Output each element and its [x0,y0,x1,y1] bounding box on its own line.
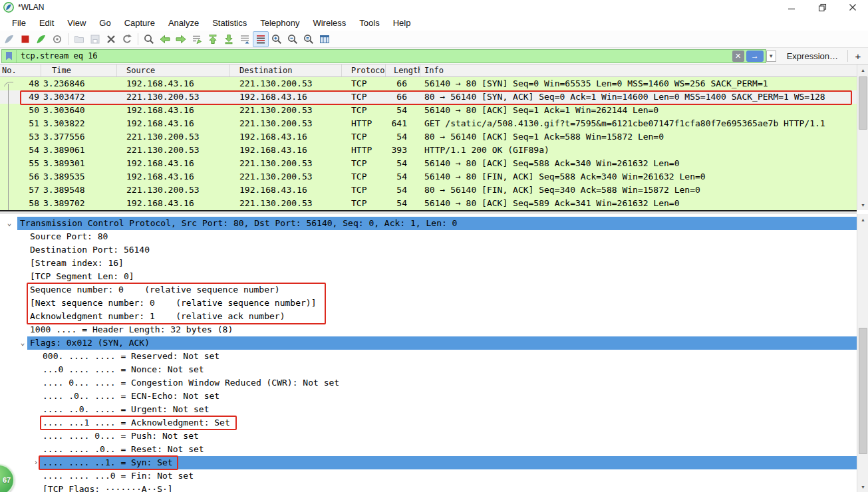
cell-info: 56140 → 80 [FIN, ACK] Seq=588 Ack=340 Wi… [420,170,857,184]
open-file-icon[interactable] [71,31,87,47]
packet-row-55[interactable]: 553.389301192.168.43.16221.130.200.53TCP… [0,157,857,170]
go-back-icon[interactable] [157,31,173,47]
column-header-no[interactable]: No. [0,64,41,76]
detail-line-15[interactable]: .... ...1 .... = Acknowledgment: Set [0,416,857,430]
detail-line-13[interactable]: .... .0.. .... = ECN-Echo: Not set [0,390,857,403]
menu-item-help[interactable]: Help [386,16,418,30]
menu-item-wireless[interactable]: Wireless [306,16,353,30]
zoom-in-icon[interactable] [269,31,285,47]
resize-columns-icon[interactable] [317,31,333,47]
cell-len: 54 [386,170,420,184]
packet-list-scrollbar[interactable]: ▲ ▼ [857,64,868,210]
restart-capture-icon[interactable] [33,31,49,47]
packet-row-56[interactable]: 563.389535192.168.43.16221.130.200.53TCP… [0,170,857,184]
display-filter-input[interactable]: tcp.stream eq 16 ✕ → [1,49,766,63]
add-filter-button[interactable]: + [851,49,865,62]
detail-line-16[interactable]: .... .... 0... = Push: Not set [0,430,857,443]
menu-item-file[interactable]: File [5,16,33,30]
cell-proto: TCP [342,170,386,184]
minimize-icon[interactable] [776,0,807,15]
start-capture-icon[interactable] [1,31,17,47]
menu-item-statistics[interactable]: Statistics [206,16,253,30]
colorize-icon[interactable] [253,31,269,47]
detail-line-4[interactable]: [TCP Segment Len: 0] [0,270,857,283]
expression-button[interactable]: Expression… [780,51,845,61]
detail-line-10[interactable]: 000. .... .... = Reserved: Not set [0,350,857,363]
detail-pane-scrollbar[interactable]: ▲ ▼ [857,214,868,492]
filter-apply-icon[interactable]: → [746,51,764,62]
cell-dst: 192.168.43.16 [230,184,342,197]
detail-line-1[interactable]: Source Port: 80 [0,230,857,243]
save-file-icon[interactable] [87,31,103,47]
detail-line-14[interactable]: .... ..0. .... = Urgent: Not set [0,403,857,416]
cell-len: 54 [386,104,420,117]
detail-line-7[interactable]: Acknowledgment number: 1 (relative ack n… [0,310,857,323]
detail-line-11[interactable]: ...0 .... .... = Nonce: Not set [0,363,857,376]
detail-line-9[interactable]: ⌄Flags: 0x012 (SYN, ACK) [0,336,857,350]
auto-scroll-icon[interactable] [237,31,253,47]
filter-text[interactable]: tcp.stream eq 16 [17,51,732,61]
menu-item-telephony[interactable]: Telephony [253,16,306,30]
scroll-down-icon[interactable]: ▼ [857,481,868,492]
go-forward-icon[interactable] [173,31,189,47]
filter-dropdown-icon[interactable]: ▼ [766,51,776,62]
menu-item-go[interactable]: Go [92,16,117,30]
packet-row-53[interactable]: 533.377556221.130.200.53192.168.43.16TCP… [0,130,857,144]
go-to-top-icon[interactable] [205,31,221,47]
go-to-packet-icon[interactable] [189,31,205,47]
collapse-chevron-icon[interactable]: ⌄ [19,336,27,350]
menu-item-edit[interactable]: Edit [33,16,61,30]
close-icon[interactable] [837,0,868,15]
packet-row-57[interactable]: 573.389548221.130.200.53192.168.43.16TCP… [0,184,857,197]
detail-line-2[interactable]: Destination Port: 56140 [0,243,857,257]
scroll-down-icon[interactable]: ▼ [857,199,868,210]
packet-row-58[interactable]: 583.389702192.168.43.16221.130.200.53TCP… [0,197,857,210]
packet-row-48[interactable]: 483.236846192.168.43.16221.130.200.53TCP… [0,77,857,90]
detail-line-8[interactable]: 1000 .... = Header Length: 32 bytes (8) [0,323,857,336]
stop-capture-icon[interactable] [17,31,33,47]
zoom-out-icon[interactable] [285,31,301,47]
collapse-chevron-icon[interactable]: ⌄ [5,217,13,230]
toolbar-separator [138,33,138,45]
close-file-icon[interactable] [103,31,119,47]
detail-line-18[interactable]: ›.... .... ..1. = Syn: Set [0,456,857,469]
maximize-icon[interactable] [807,0,837,15]
find-packet-icon[interactable] [141,31,157,47]
column-header-time[interactable]: Time [41,64,117,76]
detail-line-20[interactable]: [TCP Flags: ·······A··S·] [0,483,857,492]
detail-line-0[interactable]: ⌄Transmission Control Protocol, Src Port… [0,217,857,230]
packet-row-49[interactable]: 493.303472221.130.200.53192.168.43.16TCP… [0,90,857,104]
scrollbar-thumb[interactable] [859,328,867,454]
scroll-up-icon[interactable]: ▲ [857,214,868,225]
scrollbar-thumb[interactable] [859,76,867,130]
capture-options-icon[interactable] [49,31,65,47]
detail-line-17[interactable]: .... .... .0.. = Reset: Not set [0,443,857,456]
packet-row-51[interactable]: 513.303822192.168.43.16221.130.200.53HTT… [0,117,857,130]
scroll-up-icon[interactable]: ▲ [857,64,868,75]
cell-info: 56140 → 80 [ACK] Seq=588 Ack=340 Win=261… [420,157,857,170]
go-to-bottom-icon[interactable] [221,31,237,47]
reload-icon[interactable] [119,31,135,47]
zoom-reset-icon[interactable] [301,31,317,47]
column-header-source[interactable]: Source [117,64,230,76]
column-header-destination[interactable]: Destination [230,64,342,76]
detail-line-3[interactable]: [Stream index: 16] [0,257,857,270]
expand-chevron-icon[interactable]: › [32,456,40,469]
column-header-protocol[interactable]: Protocol [342,64,386,76]
menu-item-capture[interactable]: Capture [118,16,162,30]
cell-proto: TCP [342,130,386,144]
detail-line-6[interactable]: [Next sequence number: 0 (relative seque… [0,297,857,310]
cell-dst: 192.168.43.16 [230,144,342,157]
menu-item-analyze[interactable]: Analyze [162,16,206,30]
column-header-info[interactable]: Info [420,64,857,76]
menu-item-tools[interactable]: Tools [353,16,386,30]
menu-item-view[interactable]: View [61,16,92,30]
column-header-length[interactable]: Length [386,64,420,76]
detail-line-19[interactable]: .... .... ...0 = Fin: Not set [0,469,857,483]
detail-line-5[interactable]: Sequence number: 0 (relative sequence nu… [0,283,857,297]
packet-row-50[interactable]: 503.303640192.168.43.16221.130.200.53TCP… [0,104,857,117]
filter-bookmark-icon[interactable] [2,50,17,62]
filter-clear-icon[interactable]: ✕ [732,51,744,62]
detail-line-12[interactable]: .... 0... .... = Congestion Window Reduc… [0,376,857,390]
packet-row-54[interactable]: 543.389061221.130.200.53192.168.43.16HTT… [0,144,857,157]
